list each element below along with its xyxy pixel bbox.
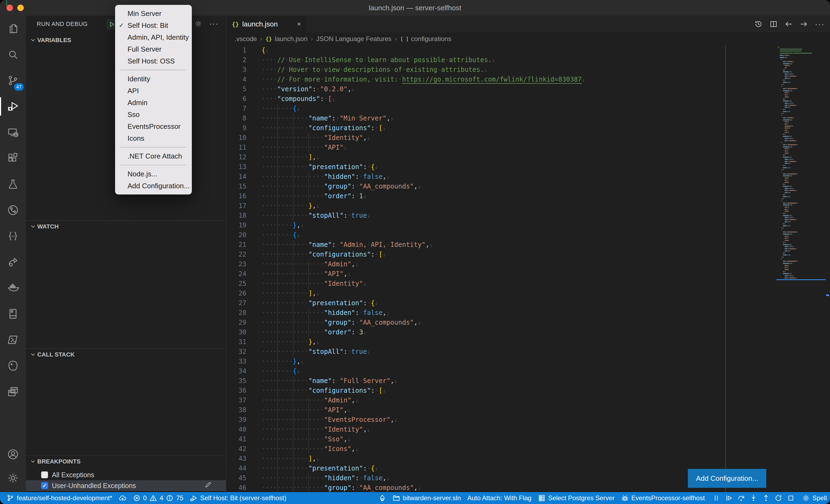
section-header-call-stack[interactable]: CALL STACK bbox=[26, 349, 226, 360]
code-line[interactable]: 23················"Admin",↓ bbox=[226, 259, 776, 269]
zoom-window-button[interactable] bbox=[6, 0, 7, 6]
code-line[interactable]: 27············"presentation":·{↓ bbox=[226, 298, 776, 308]
menu-item-node-js-[interactable]: Node.js... bbox=[115, 168, 192, 180]
status-item-debug-target[interactable]: Self Host: Bit (server-selfhost) bbox=[187, 492, 290, 504]
code-line[interactable]: 43············],↓ bbox=[226, 454, 776, 464]
debug-restart-icon[interactable] bbox=[775, 494, 782, 502]
activity-bar-item-source-control[interactable]: 47 bbox=[0, 68, 26, 94]
split-editor-icon[interactable] bbox=[769, 20, 777, 28]
code-line[interactable]: 32············"stopAll":·true↓ bbox=[226, 347, 776, 357]
activity-bar-item-dev-container[interactable] bbox=[0, 301, 26, 327]
code-line[interactable]: 26············],↓ bbox=[226, 289, 776, 298]
status-item-debug-session[interactable]: EventsProcessor-selfhost bbox=[618, 492, 708, 504]
breadcrumb-item[interactable]: {}launch.json bbox=[265, 35, 308, 43]
code-line[interactable]: 12············],↓ bbox=[226, 152, 776, 162]
code-line[interactable]: 42················"Icons",↓ bbox=[226, 444, 776, 454]
code-line[interactable]: 21············"name":·"Admin,·API,·Ident… bbox=[226, 240, 776, 249]
breadcrumb-item[interactable]: JSON Language Features bbox=[316, 35, 391, 43]
menu-item--net-core-attach[interactable]: .NET Core Attach bbox=[115, 150, 192, 162]
code-line[interactable]: 25················"Identity"↓ bbox=[226, 279, 776, 289]
code-line[interactable]: 7········{↓ bbox=[226, 104, 776, 113]
activity-bar-item-window-layout[interactable] bbox=[0, 379, 26, 405]
code-line[interactable]: 16················"order":·1↓ bbox=[226, 191, 776, 201]
activity-bar-item-remote-explorer[interactable] bbox=[0, 120, 26, 145]
code-line[interactable]: 18············"stopAll":·true↓ bbox=[226, 211, 776, 221]
code-line[interactable]: 11················"API"↓ bbox=[226, 143, 776, 152]
code-line[interactable]: 31············},↓ bbox=[226, 337, 776, 347]
activity-bar-item-manage-settings[interactable] bbox=[0, 466, 26, 490]
debug-continue-icon[interactable] bbox=[725, 494, 732, 502]
status-item-publish-changes[interactable] bbox=[116, 492, 130, 504]
code-line[interactable]: 20········{↓ bbox=[226, 230, 776, 240]
code-line[interactable]: 1{↓ bbox=[226, 45, 776, 55]
status-item-solution[interactable]: bitwarden-server.sln bbox=[389, 492, 464, 504]
menu-item-admin[interactable]: Admin bbox=[115, 97, 192, 109]
code-line[interactable]: 29················"group":·"AA_compounds… bbox=[226, 317, 776, 327]
status-item-debug-controls[interactable] bbox=[708, 492, 799, 504]
code-line[interactable]: 5····"version":·"0.2.0",↓ bbox=[226, 84, 776, 94]
tab-launch-json[interactable]: {} launch.json × bbox=[226, 16, 307, 32]
section-header-breakpoints[interactable]: BREAKPOINTS bbox=[26, 456, 226, 467]
status-item-spell-checker[interactable]: Spell bbox=[799, 492, 830, 504]
code-line[interactable]: 30················"order":·3↓ bbox=[226, 327, 776, 337]
menu-item-add-configuration-[interactable]: Add Configuration... bbox=[115, 180, 192, 192]
code-line[interactable]: 22············"configurations":·[↓ bbox=[226, 249, 776, 259]
close-tab-icon[interactable]: × bbox=[297, 20, 301, 28]
activity-bar-item-run-and-debug[interactable] bbox=[0, 94, 26, 120]
breakpoint-row[interactable]: ✓User-Unhandled Exceptions bbox=[26, 480, 226, 491]
minimize-window-button[interactable] bbox=[17, 5, 24, 11]
menu-item-eventsprocessor[interactable]: EventsProcessor bbox=[115, 121, 192, 132]
activity-bar-item-accounts[interactable] bbox=[0, 442, 26, 466]
debug-step-over-icon[interactable] bbox=[737, 494, 745, 502]
menu-item-icons[interactable]: Icons bbox=[115, 132, 192, 144]
code-line[interactable]: 4····//·For·more·information,·visit:·htt… bbox=[226, 74, 776, 84]
menu-item-api[interactable]: API bbox=[115, 85, 192, 97]
code-line[interactable]: 28················"hidden":·false,↓ bbox=[226, 308, 776, 317]
code-line[interactable]: 6····"compounds":·[↓ bbox=[226, 94, 776, 104]
code-line[interactable]: 36············"configurations":·[↓ bbox=[226, 386, 776, 395]
breadcrumb-item[interactable]: .vscode bbox=[234, 35, 257, 43]
code-line[interactable]: 38················"API",↓ bbox=[226, 405, 776, 415]
status-item-problems[interactable]: 0475 bbox=[130, 492, 187, 504]
status-item-auto-attach[interactable]: Auto Attach: With Flag bbox=[464, 492, 535, 504]
menu-item-min-server[interactable]: Min Server bbox=[115, 7, 192, 20]
code-line[interactable]: 13············"presentation":·{↓ bbox=[226, 162, 776, 172]
debug-stop-icon[interactable] bbox=[787, 494, 795, 502]
breakpoint-row[interactable]: All Exceptions bbox=[26, 469, 226, 480]
menu-item-self-host-bit[interactable]: ✓Self Host: Bit bbox=[115, 20, 192, 31]
activity-bar-item-live-share[interactable] bbox=[0, 249, 26, 275]
code-line[interactable]: 2····//·Use·IntelliSense·to·learn·about·… bbox=[226, 55, 776, 65]
activity-bar-item-git-graph[interactable] bbox=[0, 197, 26, 223]
activity-bar-item-testing[interactable] bbox=[0, 171, 26, 197]
menu-item-self-host-oss[interactable]: Self Host: OSS bbox=[115, 55, 192, 67]
activity-bar-item-docker[interactable] bbox=[0, 275, 26, 301]
status-item-flame[interactable] bbox=[375, 492, 389, 504]
more-actions-icon[interactable]: ··· bbox=[815, 20, 825, 29]
status-item-git-branch[interactable]: feature/self-hosted-development* bbox=[3, 492, 116, 504]
overview-ruler[interactable] bbox=[826, 45, 830, 492]
menu-item-full-server[interactable]: Full Server bbox=[115, 43, 192, 55]
views-more-actions-icon[interactable]: ··· bbox=[210, 20, 218, 28]
activity-bar-item-powershell[interactable] bbox=[0, 327, 26, 353]
code-line[interactable]: 10················"Identity",↓ bbox=[226, 133, 776, 143]
code-line[interactable]: 34········{↓ bbox=[226, 366, 776, 376]
debug-step-into-icon[interactable] bbox=[750, 494, 757, 502]
checkbox-unchecked[interactable] bbox=[41, 471, 48, 478]
minimap[interactable] bbox=[776, 45, 826, 492]
status-item-postgres-server[interactable]: Select Postgres Server bbox=[535, 492, 618, 504]
code-line[interactable]: 15················"group":·"AA_compounds… bbox=[226, 181, 776, 191]
code-line[interactable]: 3····//·Hover·to·view·descriptions·of·ex… bbox=[226, 65, 776, 74]
activity-bar-item-search[interactable] bbox=[0, 42, 26, 68]
activity-bar-item-postgresql[interactable] bbox=[0, 353, 26, 379]
close-window-button[interactable] bbox=[6, 5, 13, 11]
checkbox-checked[interactable]: ✓ bbox=[41, 482, 48, 489]
code-line[interactable]: 14················"hidden":·false,↓ bbox=[226, 172, 776, 181]
debug-settings-gear-icon[interactable] bbox=[194, 20, 203, 28]
code-line[interactable]: 40················"Identity",↓ bbox=[226, 425, 776, 434]
debug-pause-icon[interactable] bbox=[712, 494, 720, 502]
add-configuration-button[interactable]: Add Configuration... bbox=[688, 469, 766, 488]
code-line[interactable]: 24················"API",↓ bbox=[226, 269, 776, 279]
menu-item-identity[interactable]: Identity bbox=[115, 73, 192, 85]
edit-pencil-icon[interactable] bbox=[204, 481, 212, 490]
activity-bar-item-extensions[interactable] bbox=[0, 145, 26, 171]
